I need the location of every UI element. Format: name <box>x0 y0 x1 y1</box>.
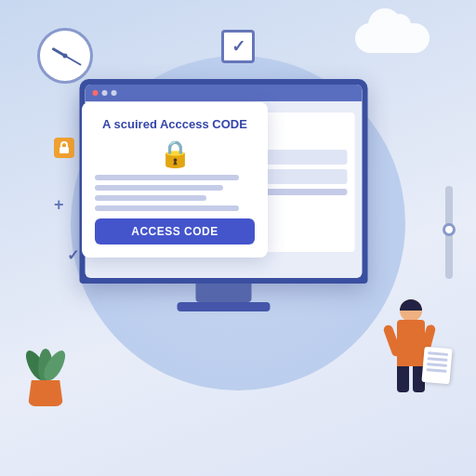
plant-decoration <box>28 349 63 406</box>
doc-line-1 <box>95 175 239 180</box>
monitor-base <box>178 302 271 311</box>
person-leg-left <box>397 366 409 392</box>
paper-line-3 <box>427 363 447 367</box>
person-figure <box>397 299 425 392</box>
dot-1 <box>102 90 108 96</box>
dot-red <box>93 90 99 96</box>
person-legs <box>397 366 425 392</box>
doc-line-2 <box>95 185 223 191</box>
lock-icon-small <box>59 141 70 154</box>
slider-handle[interactable] <box>443 223 456 236</box>
monitor-topbar <box>86 85 363 101</box>
svg-rect-0 <box>60 147 69 153</box>
big-doc-title: A scuired Acccess CODE <box>95 117 255 133</box>
dot-2 <box>112 90 117 96</box>
paper-line-4 <box>426 368 446 373</box>
plus-icon: + <box>54 195 64 215</box>
cloud-body <box>355 23 430 53</box>
main-scene: A scuired Acccess CODE Enter access code… <box>0 0 476 476</box>
person-arm-left <box>382 324 402 357</box>
person-paper-doc <box>421 347 452 384</box>
clock-face <box>37 28 93 84</box>
doc-line-3 <box>95 195 206 201</box>
checkmark-badge <box>221 30 255 63</box>
slider-bar[interactable] <box>445 186 453 279</box>
paper-line-1 <box>428 351 448 356</box>
cloud-decoration <box>355 23 430 53</box>
person-body <box>397 320 425 366</box>
doc-line-4 <box>95 205 239 211</box>
big-document: A scuired Acccess CODE 🔒 ACCESS CODE <box>82 102 268 258</box>
paper-line-2 <box>427 357 447 362</box>
lock-icon-large: 🔒 <box>95 139 255 169</box>
plant-pot <box>28 380 63 406</box>
person-hair <box>400 299 422 311</box>
small-lock-badge <box>54 138 74 158</box>
clock <box>37 28 93 84</box>
access-code-button[interactable]: ACCESS CODE <box>95 218 255 245</box>
clock-center-dot <box>63 54 68 59</box>
monitor-stand <box>196 284 252 302</box>
plant-leaves <box>28 349 63 382</box>
checkmark-left: ✓ <box>67 246 79 264</box>
person-head <box>400 299 422 322</box>
